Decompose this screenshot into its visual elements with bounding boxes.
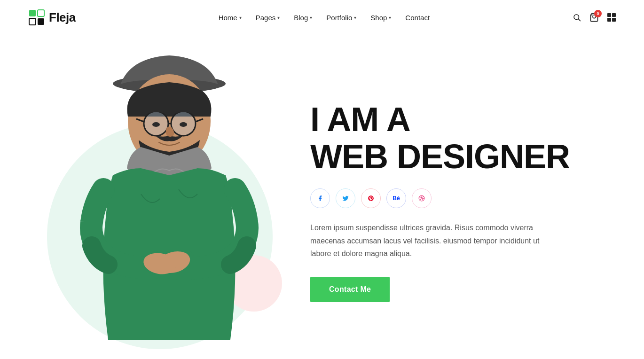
social-behance-button[interactable]: Bé (386, 188, 406, 208)
chevron-down-icon: ▾ (277, 15, 280, 20)
svg-rect-0 (29, 10, 36, 16)
hero-heading: I AM A WEB DESIGNER (310, 101, 616, 175)
navbar: Fleja Home ▾ Pages ▾ Blog ▾ Portfolio ▾ (0, 0, 644, 35)
brand-name: Fleja (49, 10, 76, 25)
social-icons: Bé (310, 188, 616, 208)
nav-menu: Home ▾ Pages ▾ Blog ▾ Portfolio ▾ Shop (219, 14, 430, 22)
svg-point-15 (152, 122, 160, 127)
hero-section: I AM A WEB DESIGNER Bé Lorem ipsum suspe… (0, 35, 644, 359)
svg-rect-2 (29, 18, 36, 25)
hero-person-image (47, 35, 291, 359)
hero-content: I AM A WEB DESIGNER Bé Lorem ipsum suspe… (291, 92, 616, 302)
search-icon (573, 13, 581, 22)
nav-item-home[interactable]: Home ▾ (219, 14, 242, 22)
hero-heading-line2: WEB DESIGNER (310, 138, 616, 175)
grid-icon (607, 13, 616, 22)
nav-item-portfolio[interactable]: Portfolio ▾ (326, 14, 356, 22)
svg-rect-1 (38, 10, 44, 16)
twitter-icon (342, 195, 349, 202)
hero-description: Lorem ipsum suspendisse ultrices gravida… (310, 221, 555, 260)
nav-item-shop[interactable]: Shop ▾ (370, 14, 391, 22)
nav-item-blog[interactable]: Blog ▾ (294, 14, 312, 22)
hero-heading-line1: I AM A (310, 101, 616, 138)
dribbble-icon (418, 195, 425, 202)
chevron-down-icon: ▾ (389, 15, 391, 20)
social-twitter-button[interactable] (336, 188, 355, 208)
logo-icon (28, 9, 45, 26)
nav-item-contact[interactable]: Contact (405, 14, 430, 22)
chevron-down-icon: ▾ (310, 15, 312, 20)
social-facebook-button[interactable] (310, 188, 330, 208)
svg-line-5 (578, 19, 580, 21)
grid-view-button[interactable] (607, 13, 616, 22)
nav-item-pages[interactable]: Pages ▾ (256, 14, 280, 22)
facebook-icon (317, 195, 323, 202)
contact-me-button[interactable]: Contact Me (310, 277, 390, 302)
chevron-down-icon: ▾ (354, 15, 356, 20)
cart-badge: 0 (594, 10, 602, 17)
hero-image-area (28, 35, 291, 359)
nav-icons: 0 (573, 13, 616, 22)
svg-point-16 (180, 122, 187, 127)
social-pinterest-button[interactable] (361, 188, 381, 208)
social-dribbble-button[interactable] (412, 188, 432, 208)
svg-rect-3 (38, 18, 44, 25)
search-button[interactable] (573, 13, 581, 22)
pinterest-icon (368, 195, 374, 202)
cart-button[interactable]: 0 (589, 13, 599, 22)
chevron-down-icon: ▾ (239, 15, 242, 20)
logo[interactable]: Fleja (28, 9, 76, 26)
